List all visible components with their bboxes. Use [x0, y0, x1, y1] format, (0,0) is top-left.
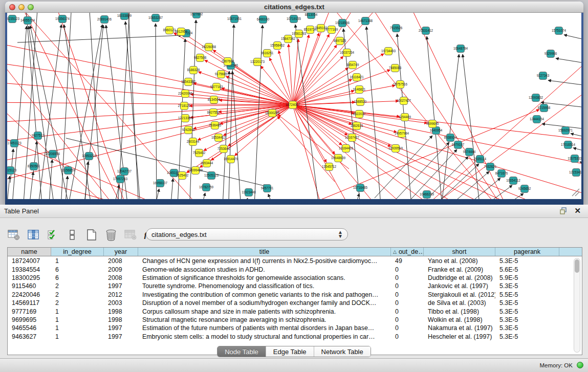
column-header-pagerank[interactable]: pagerank: [495, 248, 559, 256]
delete-table-trash-icon[interactable]: [104, 228, 118, 242]
cell[interactable]: Corpus callosum shape and size in male p…: [138, 307, 391, 315]
cell[interactable]: 0: [391, 307, 424, 315]
column-header-title[interactable]: title: [138, 248, 391, 256]
cell[interactable]: Embryonic stem cells: a model to study s…: [138, 333, 391, 341]
cell[interactable]: 0: [391, 333, 424, 341]
new-table-icon[interactable]: [85, 228, 98, 242]
cell[interactable]: Wolkin et al. (1998): [424, 316, 495, 324]
cell[interactable]: Genome-wide association studies in ADHD.: [138, 265, 391, 273]
cell[interactable]: 0: [391, 282, 424, 290]
citation-network-graph[interactable]: 1923512314055724193561742089140616033809…: [7, 13, 581, 199]
cell[interactable]: 5.3E-5: [495, 282, 559, 290]
cell[interactable]: 1: [51, 257, 104, 265]
cell[interactable]: 1: [51, 316, 104, 324]
cell[interactable]: 18300295: [8, 274, 51, 282]
cell[interactable]: 1: [51, 333, 104, 341]
cell[interactable]: 9699695: [8, 316, 51, 324]
column-header-year[interactable]: year: [104, 248, 138, 256]
cell[interactable]: Changes of HCN gene expression and I(f) …: [138, 257, 391, 265]
table-row[interactable]: 977716911998Corpus callosum shape and si…: [8, 307, 573, 315]
cell[interactable]: 9115460: [8, 282, 51, 290]
cell[interactable]: 5.3E-5: [495, 324, 559, 332]
tab-edge-table[interactable]: Edge Table: [266, 346, 314, 357]
cell[interactable]: 2012: [104, 291, 138, 299]
window-titlebar[interactable]: citations_edges.txt: [5, 2, 583, 13]
cell[interactable]: 2: [51, 291, 104, 299]
network-canvas[interactable]: 1923512314055724193561742089140616033809…: [7, 13, 581, 199]
cell[interactable]: Tibbo et al. (1998): [424, 307, 495, 315]
cell[interactable]: 6: [51, 274, 104, 282]
cell[interactable]: 5.5E-5: [495, 291, 559, 299]
cell[interactable]: 2: [51, 282, 104, 290]
table-row[interactable]: 1830029562008Estimation of significance …: [8, 274, 573, 282]
import-table-disabled-icon[interactable]: [124, 228, 137, 242]
scrollbar-thumb[interactable]: [575, 259, 579, 273]
table-row[interactable]: 1938455462009Genome-wide association stu…: [8, 265, 573, 273]
column-header-in_degree[interactable]: in_degree: [51, 248, 104, 256]
cell[interactable]: Structural magnetic resonance image aver…: [138, 316, 391, 324]
cell[interactable]: 2: [51, 299, 104, 307]
cell[interactable]: de Silva et al. (2003): [424, 299, 495, 307]
cell[interactable]: Dudbridge et al. (2008): [424, 274, 495, 282]
cell[interactable]: 2008: [104, 257, 138, 265]
cell[interactable]: 9463627: [8, 333, 51, 341]
tab-node-table[interactable]: Node Table: [217, 346, 266, 357]
resize-grip-icon[interactable]: [572, 189, 579, 196]
table-row[interactable]: 2242004622012Investigating the contribut…: [8, 291, 573, 299]
cell[interactable]: Nakamura et al. (1997): [424, 324, 495, 332]
column-header-name[interactable]: name: [8, 248, 51, 256]
table-dropdown[interactable]: citations_edges.txt ▲▼: [146, 228, 348, 240]
cell[interactable]: 0: [391, 265, 424, 273]
table-row[interactable]: 946362711997Embryonic stem cells: a mode…: [8, 333, 573, 341]
select-rows-check-icon[interactable]: [46, 228, 59, 242]
cell[interactable]: Yano et al. (2008): [424, 257, 495, 265]
cell[interactable]: Franke et al. (2009): [424, 265, 495, 273]
close-panel-icon[interactable]: ✕: [574, 206, 581, 215]
cell[interactable]: 9777169: [8, 307, 51, 315]
cell[interactable]: Estimation of significance thresholds fo…: [138, 274, 391, 282]
cell[interactable]: Stergiakouli et al. (2012): [424, 291, 495, 299]
cell[interactable]: 49: [391, 257, 424, 265]
cell[interactable]: 0: [391, 291, 424, 299]
cell[interactable]: 5.3E-5: [495, 257, 559, 265]
cell[interactable]: 2008: [104, 274, 138, 282]
cell[interactable]: Tourette syndrome. Phenomenology and cla…: [138, 282, 391, 290]
cell[interactable]: 0: [391, 324, 424, 332]
cell[interactable]: Disruption of a novel member of a sodium…: [138, 299, 391, 307]
cell[interactable]: 22420046: [8, 291, 51, 299]
vertical-scrollbar[interactable]: [574, 258, 580, 353]
cell[interactable]: 0: [391, 316, 424, 324]
cell[interactable]: 14569117: [8, 299, 51, 307]
cell[interactable]: 1998: [104, 316, 138, 324]
merge-rows-icon[interactable]: [66, 228, 79, 242]
cell[interactable]: 5.3E-5: [495, 307, 559, 315]
cell[interactable]: 5.3E-5: [495, 316, 559, 324]
tab-network-table[interactable]: Network Table: [314, 346, 371, 357]
cell[interactable]: Hescheler et al. (1997): [424, 333, 495, 341]
table-settings-icon[interactable]: [7, 228, 20, 242]
table-row[interactable]: 946554611997Estimation of the future num…: [8, 324, 573, 332]
cell[interactable]: Investigating the contribution of common…: [138, 291, 391, 299]
cell[interactable]: 1998: [104, 307, 138, 315]
column-header-out_de[interactable]: △out_de…: [391, 248, 424, 256]
column-header-short[interactable]: short: [424, 248, 495, 256]
cell[interactable]: Estimation of the future numbers of pati…: [138, 324, 391, 332]
table-row[interactable]: 1456911722003Disruption of a novel membe…: [8, 299, 573, 307]
table-row[interactable]: 1872400712008Changes of HCN gene express…: [8, 257, 573, 265]
cell[interactable]: 1: [51, 324, 104, 332]
cell[interactable]: 0: [391, 299, 424, 307]
cell[interactable]: 18724007: [8, 257, 51, 265]
float-panel-icon[interactable]: [560, 207, 568, 215]
cell[interactable]: 0: [391, 274, 424, 282]
cell[interactable]: 1997: [104, 333, 138, 341]
cell[interactable]: 1997: [104, 282, 138, 290]
cell[interactable]: 5.6E-5: [495, 265, 559, 273]
cell[interactable]: 5.3E-5: [495, 333, 559, 341]
cell[interactable]: Jankovic et al. (1997): [424, 282, 495, 290]
cell[interactable]: 1997: [104, 324, 138, 332]
cell[interactable]: 6: [51, 265, 104, 273]
cell[interactable]: 9465546: [8, 324, 51, 332]
cell[interactable]: 5.3E-5: [495, 299, 559, 307]
cell[interactable]: 19384554: [8, 265, 51, 273]
cell[interactable]: 2009: [104, 265, 138, 273]
